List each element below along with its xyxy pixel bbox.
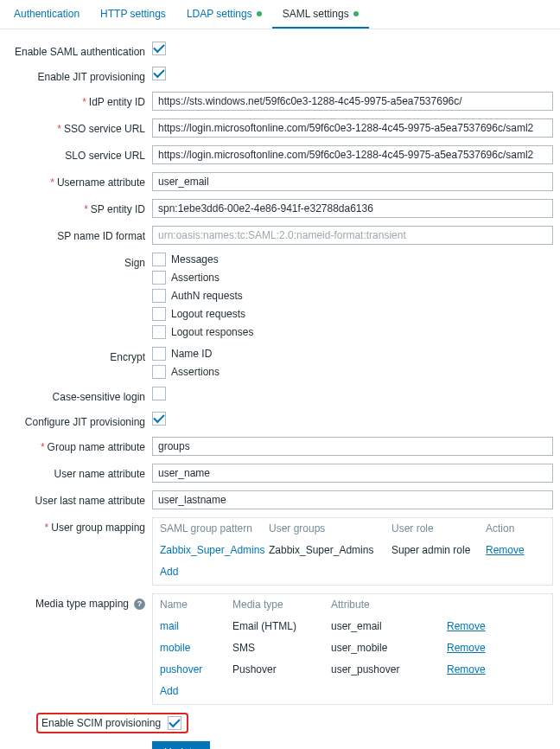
tab-saml-settings-label: SAML settings [283,8,349,20]
sp-nameid-input[interactable] [152,226,553,245]
encrypt-assertions-label: Assertions [171,366,220,378]
label-sign: Sign [0,253,152,270]
tab-http-settings-label: HTTP settings [100,8,166,20]
mtm-row-name[interactable]: mail [160,620,179,632]
mtm-remove-link[interactable]: Remove [447,663,486,675]
label-idp-entity: *IdP entity ID [0,92,152,109]
sign-messages-label: Messages [171,253,219,266]
help-icon[interactable]: ? [134,599,145,610]
ugm-header-pattern: SAML group pattern [160,522,265,535]
tabs: Authentication HTTP settings LDAP settin… [0,0,560,29]
label-case-sensitive: Case-sensitive login [0,387,152,404]
enable-scim-checkbox[interactable] [168,716,181,730]
tab-ldap-settings[interactable]: LDAP settings [176,0,272,29]
ugm-header-action: Action [486,522,545,535]
group-attr-input[interactable] [152,437,553,456]
update-button[interactable]: Update [152,741,210,749]
mtm-row-attr: user_pushover [331,663,443,675]
encrypt-nameid-label: Name ID [171,348,212,360]
sso-url-input[interactable] [152,118,553,138]
label-slo-url: SLO service URL [0,145,152,163]
status-dot-icon [353,11,359,16]
mtm-remove-link[interactable]: Remove [447,642,486,654]
configure-jit-checkbox[interactable] [152,412,166,426]
mtm-row-type: Pushover [232,663,328,675]
ugm-row-groups: Zabbix_Super_Admins [269,544,388,556]
tab-authentication[interactable]: Authentication [3,0,90,29]
ugm-add-link[interactable]: Add [160,566,178,578]
label-enable-saml: Enable SAML authentication [0,42,152,59]
required-marker: * [84,203,88,215]
required-marker: * [82,96,86,108]
mtm-row-attr: user_mobile [331,642,443,654]
encrypt-nameid-checkbox[interactable] [152,347,166,361]
required-marker: * [45,522,49,534]
sign-logout-req-label: Logout requests [171,308,245,320]
mtm-row-name[interactable]: mobile [160,642,190,654]
label-lastname-attr: User last name attribute [0,490,152,508]
label-sso-url: *SSO service URL [0,118,152,136]
enable-jit-checkbox[interactable] [152,67,166,80]
ugm-row-pattern[interactable]: Zabbix_Super_Admins [160,544,264,556]
mtm-row-type: Email (HTML) [232,620,328,632]
tab-saml-settings[interactable]: SAML settings [272,0,369,29]
sign-assertions-checkbox[interactable] [152,271,166,285]
mtm-row-type: SMS [232,642,328,654]
required-marker: * [57,123,61,135]
table-row: mail Email (HTML) user_email Remove [153,615,552,637]
label-group-attr: *Group name attribute [0,437,152,454]
mtm-row-name[interactable]: pushover [160,663,202,675]
media-type-mapping-table: Name Media type Attribute mail Email (HT… [152,593,553,705]
ugm-remove-link[interactable]: Remove [486,544,525,556]
table-row: mobile SMS user_mobile Remove [153,637,552,658]
label-mtm: Media type mapping? [0,593,152,611]
label-user-attr: User name attribute [0,464,152,481]
label-enable-scim: Enable SCIM provisioning [41,717,168,729]
idp-entity-input[interactable] [152,92,553,111]
mtm-header-type: Media type [232,599,328,611]
label-sp-nameid: SP name ID format [0,226,152,243]
mtm-row-attr: user_email [331,620,443,632]
label-configure-jit: Configure JIT provisioning [0,412,152,429]
ugm-header-groups: User groups [269,522,388,535]
sign-logout-resp-label: Logout responses [171,326,253,338]
label-enable-jit: Enable JIT provisioning [0,67,152,84]
label-sp-entity: *SP entity ID [0,199,152,216]
sign-authn-label: AuthN requests [171,290,243,302]
tab-http-settings[interactable]: HTTP settings [90,0,176,29]
mtm-add-link[interactable]: Add [160,685,178,697]
ugm-header-role: User role [391,522,482,535]
label-username-attr: *Username attribute [0,172,152,189]
label-ugm: *User group mapping [0,517,152,535]
enable-scim-highlight: Enable SCIM provisioning [36,713,188,733]
mtm-header-name: Name [160,599,229,611]
required-marker: * [41,441,45,453]
status-dot-icon [257,11,262,16]
user-attr-input[interactable] [152,464,553,483]
encrypt-assertions-checkbox[interactable] [152,365,166,379]
mtm-remove-link[interactable]: Remove [447,620,486,632]
ugm-row-role: Super admin role [391,544,482,556]
username-attr-input[interactable] [152,172,553,191]
sp-entity-input[interactable] [152,199,553,218]
sign-assertions-label: Assertions [171,272,220,284]
sign-logout-resp-checkbox[interactable] [152,325,166,339]
user-group-mapping-table: SAML group pattern User groups User role… [152,517,553,586]
case-sensitive-checkbox[interactable] [152,387,166,400]
lastname-attr-input[interactable] [152,490,553,509]
required-marker: * [50,176,54,189]
label-encrypt: Encrypt [0,347,152,364]
mtm-header-attr: Attribute [331,599,443,611]
sign-logout-req-checkbox[interactable] [152,307,166,321]
table-row: pushover Pushover user_pushover Remove [153,658,552,680]
sign-messages-checkbox[interactable] [152,253,166,266]
slo-url-input[interactable] [152,145,553,164]
tab-authentication-label: Authentication [14,8,80,20]
tab-ldap-settings-label: LDAP settings [187,8,252,20]
sign-authn-checkbox[interactable] [152,289,166,303]
enable-saml-checkbox[interactable] [152,42,166,55]
table-row: Zabbix_Super_Admins Zabbix_Super_Admins … [153,539,552,560]
